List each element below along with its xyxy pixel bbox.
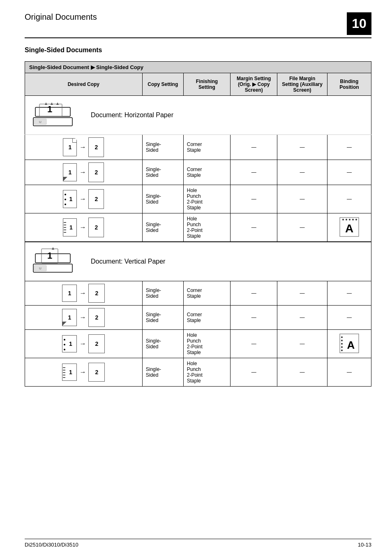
col-header-finishing: Finishing Setting [183,73,230,96]
desired-copy-v2: 1 → 2 [25,306,143,330]
table-row: 1 → 2 Single-Sided HolePunch2-PointStapl… [25,185,371,213]
desired-copy-h3: 1 → 2 [25,185,143,213]
scanner-horizontal: 1 U [29,99,78,131]
table-row: 1 → 2 Single-Sided HolePunch2-PointStapl… [25,213,371,242]
binding-v1: — [327,281,371,306]
desired-copy-h2: 1 → 2 [25,160,143,185]
finishing-h3: HolePunch2-PointStaple [183,185,230,213]
desired-copy-v1: 1 → 2 [25,281,143,306]
svg-text:U: U [39,266,42,270]
col-header-margin: Margin Setting (Orig. ▶ Copy Screen) [231,73,277,96]
doc-horizontal-label: Document: Horizontal Paper [91,111,173,119]
margin-h4: — [231,213,277,242]
binding-h1: — [327,135,371,160]
margin-h1: — [231,135,277,160]
svg-point-11 [346,219,347,220]
finishing-v1: CornerStaple [183,281,230,306]
binding-v2: — [327,306,371,330]
finishing-v3: HolePunch2-PointStaple [183,330,230,358]
svg-marker-4 [45,102,47,105]
svg-text:U: U [39,120,42,124]
svg-point-24 [341,336,343,338]
svg-text:A: A [345,222,353,235]
copy-setting-h4: Single-Sided [142,213,183,242]
svg-point-13 [352,219,354,220]
table-row: 1 → 2 Single-Sided CornerStaple — — — [25,135,371,160]
binding-h2: — [327,160,371,185]
file-h1: — [277,135,327,160]
page-header: Original Documents 10 [25,12,371,38]
copy-diagram-h1: 1 → 2 [28,137,139,157]
copy-diagram-v3: 1 → 2 [28,334,139,353]
file-h3: — [277,185,327,213]
binding-icon-h4: A [327,213,371,242]
svg-marker-5 [51,102,53,105]
table-title-row: Single-Sided Document ▶ Single-Sided Cop… [25,62,371,73]
margin-v1: — [231,281,277,306]
page-header-title: Original Documents [25,12,97,22]
copy-diagram-h3: 1 → 2 [28,189,139,209]
table-row: 1 → 2 Single-Sided HolePunch2-PointStapl… [25,358,371,387]
file-v1: — [277,281,327,306]
section-title: Single-Sided Documents [25,46,371,54]
margin-v4: — [231,358,277,387]
copy-setting-h3: Single-Sided [142,185,183,213]
svg-point-12 [349,219,350,220]
table-title: Single-Sided Document ▶ Single-Sided Cop… [25,62,371,73]
footer-model: Di2510/Di3010/Di3510 [25,542,78,548]
finishing-v4: HolePunch2-PointStaple [183,358,230,387]
finishing-v2: CornerStaple [183,306,230,330]
table-row: 1 → 2 Single-Sided CornerStaple — — — [25,306,371,330]
table-row: 1 → 2 Single-Sided CornerStaple — — — [25,160,371,185]
copy-setting-v1: Single-Sided [142,281,183,306]
file-v2: — [277,306,327,330]
desired-copy-v4: 1 → 2 [25,358,143,387]
margin-h3: — [231,185,277,213]
svg-point-27 [341,346,343,348]
svg-text:1: 1 [47,104,52,114]
table-header-row: Desired Copy Copy Setting Finishing Sett… [25,73,371,96]
file-h2: — [277,160,327,185]
doc-vertical-label: Document: Vertical Paper [91,258,165,265]
margin-h2: — [231,160,277,185]
svg-point-10 [342,219,344,220]
svg-marker-6 [56,102,59,105]
svg-point-26 [341,343,343,345]
binding-icon-v3: A [327,330,371,358]
page-footer: Di2510/Di3010/Di3510 10-13 [25,539,371,548]
page-number-box: 10 [347,12,371,35]
finishing-h1: CornerStaple [183,135,230,160]
desired-copy-h1: 1 → 2 [25,135,143,160]
doc-vertical-section: 1 U Document: Vertical Paper [25,242,371,281]
copy-setting-h1: Single-Sided [142,135,183,160]
svg-point-14 [355,219,357,220]
desired-copy-v3: 1 → 2 [25,330,143,358]
copy-diagram-h2: 1 → 2 [28,162,139,182]
svg-text:1: 1 [47,250,52,261]
copy-diagram-v2: 1 → 2 [28,308,139,327]
svg-marker-20 [52,247,54,250]
copy-diagram-v4: 1 → 2 [28,363,139,382]
col-header-binding: Binding Position [327,73,371,96]
col-header-file: File Margin Setting (Auxiliary Screen) [277,73,327,96]
margin-v3: — [231,330,277,358]
binding-v4: — [327,358,371,387]
margin-v2: — [231,306,277,330]
scanner-vertical: 1 U [29,246,78,278]
main-table: Single-Sided Document ▶ Single-Sided Cop… [25,61,371,387]
finishing-h2: CornerStaple [183,160,230,185]
copy-setting-v4: Single-Sided [142,358,183,387]
svg-point-28 [341,350,343,351]
copy-setting-h2: Single-Sided [142,160,183,185]
file-h4: — [277,213,327,242]
col-header-copy: Copy Setting [142,73,183,96]
copy-setting-v3: Single-Sided [142,330,183,358]
page: Original Documents 10 Single-Sided Docum… [0,0,392,556]
binding-h3: — [327,185,371,213]
svg-rect-1 [35,107,70,116]
svg-point-25 [341,340,343,341]
finishing-h4: HolePunch2-PointStaple [183,213,230,242]
copy-setting-v2: Single-Sided [142,306,183,330]
svg-text:A: A [347,339,355,351]
copy-diagram-v1: 1 → 2 [28,284,139,303]
